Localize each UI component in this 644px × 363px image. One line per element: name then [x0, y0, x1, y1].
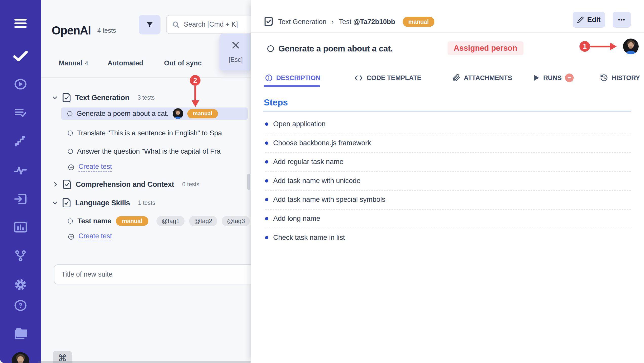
tab-manual[interactable]: Manual4	[59, 59, 88, 67]
runs-status-badge	[565, 74, 574, 82]
search-icon	[172, 21, 180, 28]
horizontal-scrollbar[interactable]	[38, 361, 251, 363]
new-suite-title-input[interactable]	[54, 264, 251, 284]
suite-doc-icon	[63, 180, 71, 189]
create-test-link[interactable]: Create test	[68, 163, 112, 172]
status-circle-icon	[68, 149, 73, 154]
search-close-popover[interactable]: [Esc]	[219, 33, 251, 70]
settings-gear-icon[interactable]	[13, 279, 28, 291]
step-item[interactable]: Choose backbone.js framework	[265, 139, 371, 147]
test-row-test-name[interactable]: Test name manual @tag1 @tag2 @tag3	[68, 216, 250, 226]
page-title: Generate a poem about a cat.	[278, 44, 393, 53]
tab-attachments[interactable]: ATTACHMENTS	[453, 74, 512, 82]
hamburger-menu-icon[interactable]	[14, 18, 27, 28]
close-icon[interactable]	[231, 41, 240, 49]
status-circle-icon	[67, 111, 72, 116]
step-separator	[265, 228, 631, 228]
minus-icon	[568, 77, 571, 78]
suite-row-text-generation[interactable]: Text Generation 3 tests	[52, 93, 155, 102]
tab-out-of-sync[interactable]: Out of sync	[164, 59, 202, 67]
sign-in-icon[interactable]	[13, 193, 28, 205]
suite-row-comprehension[interactable]: Comprehension and Context 0 tests	[52, 180, 199, 189]
tab-description[interactable]: DESCRIPTION	[265, 74, 320, 82]
folder-icon[interactable]	[13, 328, 28, 339]
runs-play-circle-icon[interactable]	[13, 78, 28, 90]
tabs-divider	[41, 77, 251, 78]
test-title-row: Generate a poem about a cat.	[267, 44, 393, 53]
bullet-icon	[265, 141, 268, 145]
chevron-right-icon[interactable]	[52, 181, 58, 187]
step-item[interactable]: Add regular task name	[265, 158, 344, 166]
step-item[interactable]: Add task name with special symbols	[265, 195, 385, 204]
create-test-link[interactable]: Create test	[68, 232, 112, 241]
plus-circle-icon	[68, 233, 74, 240]
annotation-arrow-head-down	[192, 100, 199, 107]
steps-heading: Steps	[264, 97, 288, 107]
tab-automated[interactable]: Automated	[108, 59, 143, 67]
tab-runs[interactable]: RUNS	[534, 74, 574, 82]
help-icon[interactable]: ?	[14, 300, 27, 311]
play-icon	[534, 75, 540, 81]
tag-pill[interactable]: @tag3	[222, 216, 250, 226]
tag-pill[interactable]: @tag1	[156, 216, 185, 226]
step-separator	[265, 171, 631, 172]
step-item[interactable]: Add long name	[265, 214, 320, 223]
search-input[interactable]: Search [Cmd + K]	[166, 15, 251, 34]
assignee-avatar-large[interactable]	[623, 39, 639, 54]
chevron-down-icon[interactable]	[52, 95, 58, 101]
steps-stairs-icon[interactable]	[14, 136, 27, 147]
tab-history[interactable]: HISTORY	[600, 74, 640, 82]
step-item[interactable]: Open application	[265, 120, 326, 128]
paperclip-icon	[453, 74, 460, 82]
suite-test-count: 0 tests	[182, 181, 199, 188]
annotation-arrow-shaft-down	[194, 86, 196, 101]
filter-funnel-icon	[145, 21, 154, 29]
active-tab-indicator	[264, 85, 320, 87]
suite-test-count: 1 tests	[138, 199, 155, 206]
suite-test-count: 3 tests	[137, 94, 155, 101]
test-row[interactable]: Translate "This is a sentence in English…	[68, 129, 245, 137]
bullet-icon	[265, 179, 268, 183]
suite-row-language-skills[interactable]: Language Skills 1 tests	[52, 198, 155, 207]
test-id: @Ta72b10bb	[353, 18, 395, 26]
step-item[interactable]: Check task name in list	[265, 233, 345, 242]
assignee-avatar[interactable]	[173, 108, 183, 119]
annotation-arrow-head	[610, 43, 617, 50]
panel-header: OpenAI 4 tests	[52, 24, 116, 37]
manual-badge: manual	[403, 17, 434, 27]
code-icon	[354, 75, 363, 81]
bullet-icon	[265, 160, 268, 164]
tab-code-template[interactable]: CODE TEMPLATE	[354, 74, 421, 82]
step-item[interactable]: Add task name with unicode	[265, 177, 360, 185]
suite-doc-icon	[63, 198, 71, 207]
activity-pulse-icon[interactable]	[14, 165, 27, 175]
tag-pill[interactable]: @tag2	[189, 216, 217, 226]
chevron-down-icon[interactable]	[52, 200, 58, 206]
filter-button[interactable]	[139, 15, 160, 34]
tree-scrollbar-thumb[interactable]	[247, 174, 250, 190]
plus-circle-icon	[68, 164, 74, 171]
tests-check-icon[interactable]	[13, 50, 28, 62]
pencil-icon	[577, 16, 584, 23]
user-avatar[interactable]	[12, 352, 29, 363]
manual-badge: manual	[187, 109, 218, 118]
bullet-icon	[265, 122, 268, 126]
esc-hint-label: [Esc]	[229, 56, 243, 63]
breadcrumb-suite[interactable]: Text Generation	[278, 18, 327, 26]
breadcrumb-test: Test @Ta72b10bb	[339, 18, 395, 26]
git-branch-icon[interactable]	[14, 250, 27, 261]
checklist-icon[interactable]	[13, 107, 28, 119]
assigned-person-annotation: Assigned person	[448, 41, 524, 55]
test-row-selected[interactable]: Generate a poem about a cat. manual	[61, 107, 248, 120]
edit-button[interactable]: Edit	[573, 12, 605, 28]
doc-check-icon	[264, 17, 273, 27]
more-options-button[interactable]: •••	[613, 12, 631, 28]
breadcrumb-separator: ›	[332, 18, 334, 26]
steps-heading-underline	[263, 111, 631, 112]
breadcrumb: Text Generation › Test @Ta72b10bb manual	[264, 17, 434, 27]
step-separator	[265, 134, 631, 134]
manual-count: 4	[85, 60, 88, 67]
bar-chart-icon[interactable]	[13, 222, 28, 233]
app-window: ? OpenAI 4 tests Search [Cmd + K]	[0, 0, 644, 363]
test-row[interactable]: Answer the question "What is the capital…	[68, 147, 245, 155]
